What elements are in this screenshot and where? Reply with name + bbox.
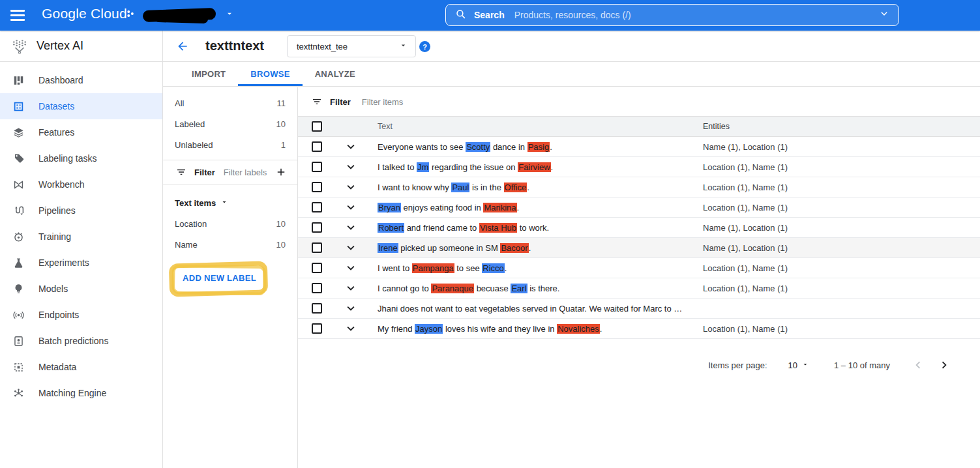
google-cloud-logo[interactable]: Google Cloud <box>42 6 127 22</box>
sidebar-item-label: Labeling tasks <box>38 153 97 164</box>
chevron-down-icon[interactable] <box>344 301 358 315</box>
filter-label: Filter <box>194 168 215 177</box>
filter-row-label: All <box>175 98 184 108</box>
location-entity-highlight[interactable]: Vista Hub <box>479 223 517 233</box>
add-filter-icon[interactable] <box>275 166 287 178</box>
location-entity-highlight[interactable]: Fairview <box>518 162 550 172</box>
sidebar-item-label: Metadata <box>38 362 76 372</box>
location-entity-highlight[interactable]: Office <box>504 183 527 192</box>
chevron-down-icon[interactable] <box>344 139 358 154</box>
menu-icon[interactable] <box>10 10 25 21</box>
sidebar-item-pipelines[interactable]: Pipelines <box>0 197 162 224</box>
dataset-filter-all[interactable]: All11 <box>163 93 297 113</box>
row-checkbox[interactable] <box>312 303 322 314</box>
location-entity-highlight[interactable]: Bacoor <box>500 243 528 253</box>
location-entity-highlight[interactable]: Novaliches <box>557 324 600 334</box>
product-header: Vertex AI <box>0 31 162 62</box>
metadata-icon <box>12 361 25 373</box>
name-entity-highlight[interactable]: Bryan <box>378 203 401 212</box>
tab-browse[interactable]: BROWSE <box>238 62 302 86</box>
location-entity-highlight[interactable]: Pasig <box>527 142 550 152</box>
name-entity-highlight[interactable]: Paul <box>451 183 469 192</box>
chevron-down-icon[interactable] <box>344 220 358 235</box>
chevron-down-icon[interactable] <box>879 8 889 22</box>
row-checkbox[interactable] <box>312 141 322 152</box>
location-entity-highlight[interactable]: Paranaque <box>431 284 474 293</box>
chevron-down-icon[interactable] <box>344 321 358 336</box>
select-all-checkbox[interactable] <box>312 121 322 132</box>
chevron-down-icon[interactable] <box>344 281 358 295</box>
datasets-icon <box>12 100 25 113</box>
name-entity-highlight[interactable]: Jm <box>417 162 429 172</box>
name-entity-highlight[interactable]: Irene <box>378 243 398 253</box>
search-input[interactable]: Search Products, resources, docs (/) <box>445 4 899 26</box>
sidebar-item-batch-predictions[interactable]: Batch predictions <box>0 328 162 354</box>
chevron-down-icon[interactable] <box>344 241 358 255</box>
sidebar-item-matching-engine[interactable]: Matching Engine <box>0 380 162 406</box>
help-icon[interactable]: ? <box>419 41 430 52</box>
label-filter-pane: All11Labeled10Unlabeled1 Filter Filter l… <box>163 87 298 468</box>
caret-down-icon <box>225 9 234 21</box>
search-icon <box>455 8 466 22</box>
sidebar-item-experiments[interactable]: Experiments <box>0 250 162 276</box>
add-new-label-button[interactable]: ADD NEW LABEL <box>183 273 256 283</box>
row-checkbox[interactable] <box>312 242 322 253</box>
sidebar-item-models[interactable]: Models <box>0 276 162 302</box>
sidebar-item-training[interactable]: Training <box>0 224 162 250</box>
text-segment: . <box>527 183 529 192</box>
name-entity-highlight[interactable]: Robert <box>378 223 404 233</box>
table-row: Bryan enjoys eating food in Marikina.Loc… <box>298 197 980 218</box>
chevron-down-icon[interactable] <box>344 261 358 275</box>
filter-items-input[interactable]: Filter items <box>362 97 404 107</box>
sidebar-item-dashboard[interactable]: Dashboard <box>0 67 162 93</box>
sidebar-item-endpoints[interactable]: Endpoints <box>0 302 162 328</box>
sidebar-item-features[interactable]: Features <box>0 119 162 145</box>
sidebar-item-labeling-tasks[interactable]: Labeling tasks <box>0 145 162 171</box>
chevron-down-icon[interactable] <box>344 160 358 174</box>
previous-page-icon[interactable] <box>911 358 925 372</box>
next-page-icon[interactable] <box>937 358 951 372</box>
chevron-down-icon[interactable] <box>344 180 358 194</box>
name-entity-highlight[interactable]: Ricco <box>482 263 505 273</box>
label-filter-location[interactable]: Location10 <box>163 213 297 234</box>
dataset-filter-labeled[interactable]: Labeled10 <box>163 113 297 134</box>
chevron-down-icon[interactable] <box>344 200 358 214</box>
name-entity-highlight[interactable]: Earl <box>511 284 527 293</box>
filter-row-count: 10 <box>276 119 286 129</box>
features-icon <box>12 126 25 139</box>
row-checkbox[interactable] <box>312 202 322 212</box>
sidebar-item-datasets[interactable]: Datasets <box>0 93 162 119</box>
tab-import[interactable]: IMPORT <box>179 62 238 86</box>
dataset-select[interactable]: texttntext_tee <box>287 35 416 57</box>
tab-analyze[interactable]: ANALYZE <box>303 62 368 86</box>
name-entity-highlight[interactable]: Jayson <box>415 324 443 334</box>
sidebar-item-metadata[interactable]: Metadata <box>0 354 162 380</box>
row-checkbox[interactable] <box>312 222 322 233</box>
row-checkbox[interactable] <box>312 162 322 172</box>
back-arrow-icon[interactable] <box>176 40 189 53</box>
column-header-entities: Entities <box>703 122 980 131</box>
dataset-select-value: texttntext_tee <box>297 42 348 51</box>
label-filter-name[interactable]: Name10 <box>163 234 297 255</box>
location-entity-highlight[interactable]: Pampanga <box>412 263 454 273</box>
text-segment: . <box>517 203 520 212</box>
sidebar-item-label: Models <box>38 284 68 294</box>
dataset-filter-unlabeled[interactable]: Unlabeled1 <box>163 134 297 155</box>
redacted-project-name <box>143 8 218 22</box>
project-picker[interactable] <box>125 4 234 26</box>
row-checkbox[interactable] <box>312 182 322 192</box>
row-checkbox[interactable] <box>312 323 322 334</box>
row-checkbox[interactable] <box>312 263 322 273</box>
sidebar-item-workbench[interactable]: Workbench <box>0 171 162 197</box>
location-entity-highlight[interactable]: Marikina <box>483 203 516 212</box>
column-header-text: Text <box>366 122 703 131</box>
text-items-group-toggle[interactable]: Text items <box>163 192 297 213</box>
name-entity-highlight[interactable]: Scotty <box>466 142 490 152</box>
page-range-label: 1 – 10 of many <box>834 360 890 370</box>
item-entities: Location (1), Name (1) <box>703 203 980 212</box>
filter-labels-input[interactable]: Filter labels <box>224 168 267 177</box>
table-row: I went to Pampanga to see Ricco.Location… <box>298 258 980 278</box>
row-checkbox[interactable] <box>312 283 322 293</box>
experiments-icon <box>12 257 25 269</box>
items-per-page-select[interactable]: 10 <box>788 360 809 370</box>
